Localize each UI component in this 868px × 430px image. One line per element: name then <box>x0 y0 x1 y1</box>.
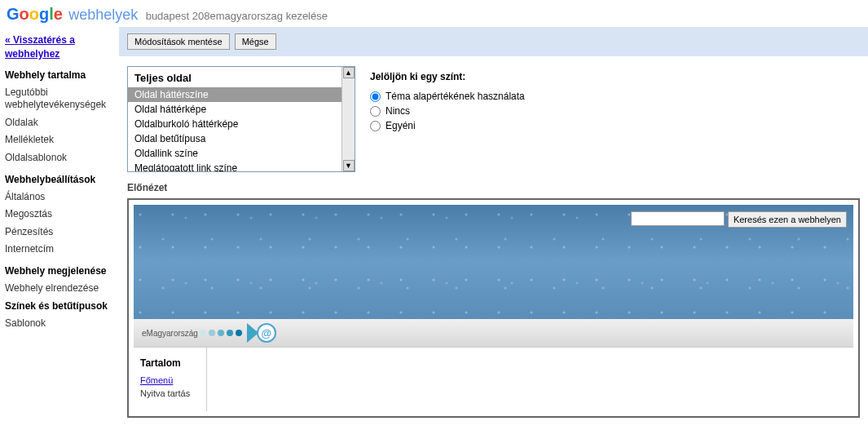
at-sign-icon: @ <box>257 323 276 343</box>
left-sidebar: « Visszatérés a webhelyhez Webhely tarta… <box>0 27 119 426</box>
radio-custom-input[interactable] <box>370 121 381 131</box>
list-item-link-color[interactable]: Oldallink színe <box>128 146 355 161</box>
radio-custom-label: Egyéni <box>386 120 416 131</box>
sidebar-item-colors-fonts[interactable]: Színek és betűtípusok <box>5 298 114 316</box>
sidebar-item-pages[interactable]: Oldalak <box>5 114 114 132</box>
sidebar-section-settings: Webhelybeállítások <box>5 174 114 185</box>
sidebar-item-sharing[interactable]: Megosztás <box>5 206 114 224</box>
save-button[interactable]: Módosítások mentése <box>127 33 230 50</box>
dots-icon <box>200 330 242 336</box>
color-options-panel: Jelöljön ki egy színt: Téma alapértékéne… <box>370 66 525 172</box>
scroll-up-icon[interactable]: ▲ <box>343 67 355 78</box>
preview-body: Tartalom Főmenü Nyitva tartás <box>134 347 853 411</box>
list-item-wrapper-bg[interactable]: Oldalburkoló háttérképe <box>128 117 355 131</box>
google-logo: Google <box>7 11 65 22</box>
preview-sidebar: Tartalom Főmenü Nyitva tartás <box>134 348 207 411</box>
back-to-site-link[interactable]: « Visszatérés a webhelyhez <box>5 33 114 61</box>
toolbar: Módosítások mentése Mégse <box>119 27 868 56</box>
sidebar-item-recent-activity[interactable]: Legutóbbi webhelytevékenységek <box>5 84 114 114</box>
sidebar-item-attachments[interactable]: Mellékletek <box>5 131 114 149</box>
sidebar-item-themes[interactable]: Sablonok <box>5 315 114 333</box>
preview-logo-bar: eMagyarország @ <box>134 319 853 347</box>
list-item-font[interactable]: Oldal betűtípusa <box>128 131 355 146</box>
radio-none-input[interactable] <box>370 106 381 117</box>
sidebar-item-page-templates[interactable]: Oldalsablonok <box>5 149 114 167</box>
sidebar-item-layout[interactable]: Webhely elrendezése <box>5 280 114 298</box>
preview-search-button[interactable]: Keresés ezen a webhelyen <box>728 211 847 228</box>
preview-frame: Keresés ezen a webhelyen eMagyarország @… <box>127 198 860 418</box>
preview-text-hours: Nyitva tartás <box>140 388 200 398</box>
page-header: Google webhelyek budapest 208emagyarorsz… <box>0 0 868 27</box>
list-item-bg-image[interactable]: Oldal háttérképe <box>128 102 355 117</box>
style-property-listbox[interactable]: Teljes oldal Oldal háttérszíne Oldal hát… <box>127 66 355 172</box>
radio-none-label: Nincs <box>386 105 410 117</box>
sidebar-section-content: Webhely tartalma <box>5 69 114 81</box>
product-name: webhelyek <box>68 7 138 23</box>
sidebar-section-appearance: Webhely megjelenése <box>5 265 114 277</box>
radio-custom[interactable]: Egyéni <box>370 120 525 131</box>
main-content: Módosítások mentése Mégse Teljes oldal O… <box>119 27 868 426</box>
radio-none[interactable]: Nincs <box>370 105 525 117</box>
preview-logo-text: eMagyarország <box>142 329 198 338</box>
radio-theme-default-label: Téma alapértékének használata <box>386 91 525 102</box>
preview-side-title: Tartalom <box>140 357 200 369</box>
site-title: budapest 208emagyarorszag kezelése <box>146 10 328 22</box>
list-item-visited-link-color[interactable]: Meglátogatott link színe <box>128 161 355 172</box>
color-panel-title: Jelöljön ki egy színt: <box>370 71 525 82</box>
preview-link-main-menu[interactable]: Főmenü <box>140 375 200 385</box>
sidebar-item-general[interactable]: Általános <box>5 188 114 206</box>
preview-search-input[interactable] <box>631 211 725 226</box>
radio-theme-default[interactable]: Téma alapértékének használata <box>370 91 525 102</box>
scroll-down-icon[interactable]: ▼ <box>343 160 355 171</box>
sidebar-item-web-address[interactable]: Internetcím <box>5 241 114 259</box>
preview-header-banner: Keresés ezen a webhelyen <box>134 205 853 319</box>
preview-main-area <box>207 348 853 411</box>
radio-theme-default-input[interactable] <box>370 91 381 102</box>
preview-search-bar: Keresés ezen a webhelyen <box>631 211 847 228</box>
list-item-bg-color[interactable]: Oldal háttérszíne <box>128 87 355 102</box>
preview-label: Előnézet <box>119 179 868 198</box>
sidebar-item-monetize[interactable]: Pénzesítés <box>5 224 114 242</box>
listbox-group-header: Teljes oldal <box>128 67 355 87</box>
cancel-button[interactable]: Mégse <box>235 33 276 50</box>
listbox-scrollbar[interactable]: ▲ ▼ <box>341 67 355 171</box>
